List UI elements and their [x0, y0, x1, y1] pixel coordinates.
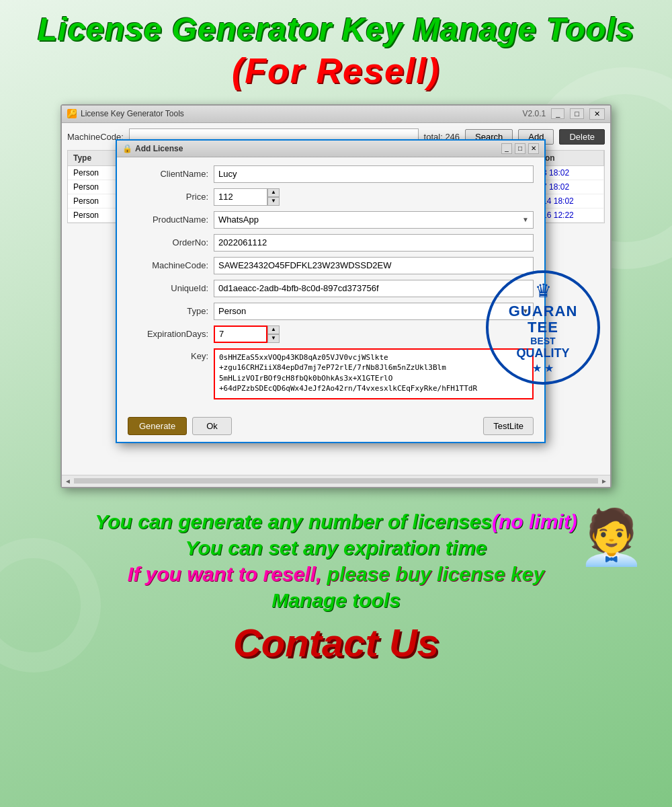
row-type: Person [68, 166, 122, 180]
product-name-row: ProductName: WhatsApp ▼ [128, 211, 534, 229]
price-spin-down[interactable]: ▼ [267, 197, 280, 206]
bottom-section: You can generate any number of licenses(… [0, 495, 672, 672]
main-title: License Generator Key Manage Tools [13, 12, 659, 48]
key-label: Key: [128, 348, 208, 361]
minimize-button[interactable]: _ [551, 108, 564, 119]
key-row: Key: 0sHHZEaS5xxVOQp43KD8qAz05VJV0vcjWSl… [128, 348, 534, 399]
app-window: 🔑 License Key Generator Tools V2.0.1 _ □… [60, 104, 612, 488]
order-no-input[interactable] [214, 234, 534, 252]
generate-button[interactable]: Generate [128, 417, 187, 435]
maximize-button[interactable]: □ [570, 108, 584, 119]
modal-title: 🔒 Add License [122, 144, 183, 153]
client-name-input[interactable] [214, 165, 534, 183]
bottom-text-3: If you want to resell, please buy licens… [20, 561, 652, 587]
type-row: Type: Person ▼ [128, 303, 534, 320]
version-label: V2.0.1 [523, 109, 546, 118]
price-spin-up[interactable]: ▲ [267, 188, 280, 197]
expiration-spin-down[interactable]: ▼ [267, 334, 280, 343]
title-bar-left: 🔑 License Key Generator Tools [67, 109, 184, 118]
expiration-days-input[interactable] [214, 325, 267, 343]
stamp-best: BEST [530, 336, 555, 346]
main-subtitle: (For Resell) [13, 50, 659, 91]
bottom-text-4: Manage tools [20, 587, 652, 613]
testlite-button[interactable]: TestLite [483, 417, 534, 435]
product-name-arrow: ▼ [522, 216, 529, 223]
order-no-label: OrderNo: [128, 237, 208, 247]
title-bar-right: V2.0.1 _ □ ✕ [523, 108, 605, 120]
expiration-days-row: ExpirationDays: ▲ ▼ [128, 325, 534, 343]
app-icon: 🔑 [67, 109, 77, 118]
modal-minimize-button[interactable]: _ [501, 143, 512, 154]
window-title: License Key Generator Tools [81, 109, 184, 118]
expiration-days-spinner: ▲ ▼ [214, 325, 280, 343]
bottom-text-1: You can generate any number of licenses(… [20, 508, 652, 535]
close-button[interactable]: ✕ [589, 108, 605, 120]
row-type: Person [68, 194, 122, 208]
machine-code-modal-label: MachineCode: [128, 260, 208, 270]
modal-maximize-button[interactable]: □ [515, 143, 526, 154]
price-label: Price: [128, 192, 208, 202]
price-spin-controls: ▲ ▼ [267, 188, 280, 206]
price-spinner: ▲ ▼ [214, 188, 280, 206]
guarantee-stamp: ♛ GUARAN TEE BEST QUALITY ★ ★ [482, 267, 603, 388]
modal-title-bar: 🔒 Add License _ □ ✕ [117, 141, 544, 157]
expiration-spin-up[interactable]: ▲ [267, 325, 280, 334]
client-name-row: ClientName: [128, 165, 534, 183]
expiration-days-label: ExpirationDays: [128, 329, 208, 339]
delete-button[interactable]: Delete [559, 129, 605, 145]
product-name-label: ProductName: [128, 215, 208, 225]
unique-id-row: UniqueId: [128, 280, 534, 297]
modal-controls: _ □ ✕ [501, 143, 539, 154]
expiration-spin-controls: ▲ ▼ [267, 325, 280, 343]
ok-button[interactable]: Ok [192, 417, 232, 435]
modal-footer: Generate Ok TestLite [117, 413, 544, 442]
product-name-select[interactable]: WhatsApp ▼ [214, 211, 534, 229]
bottom-text-2: You can set any expiration time [20, 535, 652, 561]
client-name-label: ClientName: [128, 169, 208, 179]
stamp-crown: ♛ [535, 280, 552, 302]
row-type: Person [68, 208, 122, 222]
stamp-stars: ★ ★ [532, 362, 554, 375]
product-name-value: WhatsApp [218, 215, 259, 225]
modal-close-button[interactable]: ✕ [528, 143, 539, 154]
scrollbar-area[interactable]: ◄ ► [62, 475, 610, 487]
title-bar: 🔑 License Key Generator Tools V2.0.1 _ □… [62, 106, 610, 123]
order-no-row: OrderNo: [128, 234, 534, 252]
character-figure: 🧑‍💼 [578, 510, 645, 645]
stamp-circle: ♛ GUARAN TEE BEST QUALITY ★ ★ [486, 270, 600, 385]
add-license-modal: 🔒 Add License _ □ ✕ ClientName: [116, 139, 546, 443]
unique-id-label: UniqueId: [128, 283, 208, 293]
stamp-quality: QUALITY [517, 346, 570, 360]
row-type: Person [68, 180, 122, 194]
contact-us: Contact Us [20, 620, 652, 665]
type-label: Type: [128, 306, 208, 316]
price-input[interactable] [214, 188, 267, 206]
stamp-guarantee-text2: TEE [528, 319, 558, 336]
modal-body: ClientName: Price: ▲ ▼ P [117, 157, 544, 413]
stamp-guarantee-text1: GUARAN [509, 303, 578, 319]
machine-code-modal-row: MachineCode: [128, 257, 534, 274]
type-value: Person [218, 306, 246, 316]
col-header-type: Type [68, 151, 122, 165]
price-row: Price: ▲ ▼ [128, 188, 534, 206]
